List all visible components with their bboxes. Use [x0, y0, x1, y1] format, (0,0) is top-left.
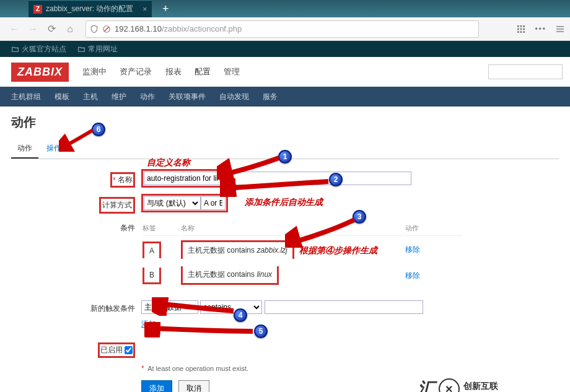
calc-formula	[201, 196, 226, 210]
cancel-button[interactable]: 取消	[178, 380, 209, 392]
nav-monitoring[interactable]: 监测中	[82, 67, 107, 76]
zabbix-header: ZABBIX 监测中 资产记录 报表 配置 管理	[0, 57, 570, 87]
nav-reports[interactable]: 报表	[165, 67, 182, 76]
annotation-text-1: 自定义名称	[147, 157, 190, 168]
label-calc: 计算方式	[102, 201, 132, 209]
svg-rect-8	[517, 31, 519, 33]
overflow-menu[interactable]: •••	[535, 25, 546, 33]
remove-link[interactable]: 移除	[405, 245, 420, 254]
annotation-badge-4: 4	[234, 308, 247, 322]
annotation-badge-6: 6	[92, 123, 105, 136]
name-input[interactable]	[144, 172, 223, 185]
tab-favicon: Z	[33, 5, 42, 14]
annotation-badge-3: 3	[353, 210, 366, 224]
grid-icon[interactable]	[516, 24, 526, 34]
url-bar[interactable]: 192.168.1.10/zabbix/actionconf.php	[86, 20, 479, 38]
back-button[interactable]: ←	[5, 20, 24, 38]
footnote: * At least one operation must exist.	[141, 364, 559, 373]
remove-link[interactable]: 移除	[405, 271, 420, 280]
col-action: 动作	[405, 221, 462, 236]
tab-operations[interactable]: 操作	[40, 139, 68, 157]
bookmarks-bar: 火狐官方站点 常用网址	[0, 41, 570, 57]
watermark: 汇 ✕ 创新互联WWW.CDXWCX.CON CHUANG XIN HU LIA…	[418, 377, 566, 392]
shield-icon	[90, 25, 99, 33]
zabbix-logo: ZABBIX	[11, 63, 69, 82]
calc-type-select[interactable]: 与/或 (默认)	[144, 196, 201, 210]
subnav-maintenance[interactable]: 维护	[112, 92, 126, 102]
svg-rect-2	[517, 25, 519, 27]
global-search[interactable]	[488, 64, 563, 79]
svg-rect-10	[524, 31, 525, 33]
url-text: 192.168.1.10/zabbix/actionconf.php	[115, 24, 242, 33]
nav-administration[interactable]: 管理	[224, 67, 240, 76]
add-condition-link[interactable]: 添加	[141, 320, 156, 328]
annotation-badge-2: 2	[329, 173, 343, 186]
svg-rect-5	[517, 28, 519, 30]
table-row: B 主机元数据 contains linux 移除	[142, 263, 462, 288]
subnav-actions[interactable]: 动作	[140, 92, 155, 108]
browser-tab-strip: Z zabbix_server: 动作的配置 × +	[0, 0, 570, 17]
subnav-hostgroups[interactable]: 主机群组	[11, 92, 41, 102]
svg-rect-4	[524, 25, 525, 27]
label-name: 名称	[118, 175, 133, 185]
annotation-badge-1: 1	[278, 150, 292, 163]
permission-blocked-icon	[102, 25, 111, 33]
col-name: 名称	[181, 221, 404, 236]
svg-rect-9	[520, 31, 522, 33]
enabled-checkbox[interactable]	[125, 346, 133, 354]
svg-line-1	[105, 27, 109, 31]
nav-inventory[interactable]: 资产记录	[120, 67, 152, 76]
subnav-correlation[interactable]: 关联项事件	[169, 92, 206, 102]
subnav-templates[interactable]: 模板	[55, 92, 69, 102]
label-conditions: 条件	[11, 220, 141, 289]
forward-button[interactable]: →	[24, 20, 42, 38]
folder-icon	[11, 45, 19, 53]
zabbix-top-nav: 监测中 资产记录 报表 配置 管理	[82, 66, 251, 77]
svg-rect-6	[520, 28, 522, 30]
new-tab-button[interactable]: +	[157, 2, 174, 15]
reload-button[interactable]: ⟳	[42, 20, 61, 38]
label-new-condition: 新的触发条件	[11, 300, 141, 329]
subnav-services[interactable]: 服务	[263, 92, 278, 102]
tab-title: zabbix_server: 动作的配置	[46, 4, 133, 14]
annotation-text-2: 添加条件后自动生成	[245, 197, 323, 208]
svg-rect-7	[524, 28, 525, 30]
bookmark-item[interactable]: 火狐官方站点	[11, 44, 66, 54]
zabbix-sub-nav: 主机群组 模板 主机 维护 动作 关联项事件 自动发现 服务	[0, 87, 570, 107]
annotation-badge-5: 5	[254, 324, 268, 338]
tab-action[interactable]: 动作	[11, 139, 38, 159]
home-button[interactable]: ⌂	[61, 20, 79, 38]
browser-tab[interactable]: Z zabbix_server: 动作的配置 ×	[28, 0, 152, 17]
newcond-value-input[interactable]	[265, 300, 423, 314]
bookmark-item[interactable]: 常用网址	[77, 44, 118, 54]
nav-configuration[interactable]: 配置	[195, 67, 211, 76]
folder-icon	[77, 45, 86, 53]
label-enabled: 已启用	[100, 345, 123, 355]
annotation-text-3: 根据第④步操作生成	[299, 245, 377, 256]
tab-close-icon[interactable]: ×	[142, 5, 147, 14]
col-tag: 标签	[142, 221, 180, 236]
newcond-type-select[interactable]: 主机元数据	[141, 300, 198, 314]
name-input-extend[interactable]	[226, 172, 411, 185]
svg-rect-3	[520, 25, 522, 27]
watermark-logo-icon: ✕	[439, 378, 460, 392]
hamburger-icon[interactable]	[555, 24, 565, 34]
subnav-discovery[interactable]: 自动发现	[219, 92, 249, 102]
subnav-hosts[interactable]: 主机	[83, 92, 98, 102]
newcond-op-select[interactable]: contains	[200, 300, 262, 314]
browser-toolbar: ← → ⟳ ⌂ 192.168.1.10/zabbix/actionconf.p…	[0, 17, 570, 41]
submit-button[interactable]: 添加	[141, 380, 172, 392]
